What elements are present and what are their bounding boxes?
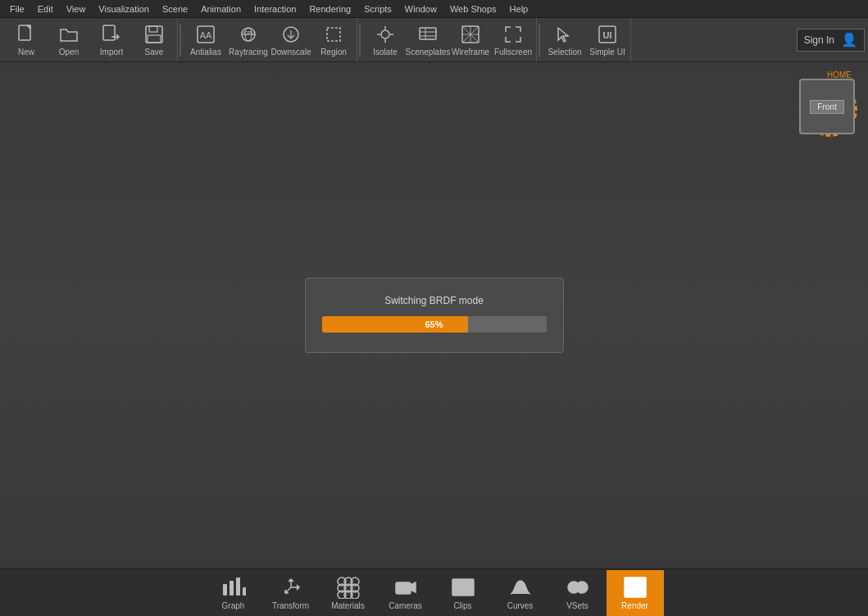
menu-help[interactable]: Help [503,2,535,16]
svg-point-16 [381,30,389,38]
svg-rect-15 [327,28,340,41]
vsets-button[interactable]: VSets [549,570,607,616]
isolate-button[interactable]: Isolate [364,20,407,61]
svg-text:CPU: CPU [243,30,256,36]
svg-rect-6 [148,35,161,43]
svg-rect-30 [236,578,240,596]
graph-icon [221,575,246,600]
clips-button[interactable]: Clips [434,570,492,616]
open-button[interactable]: Open [48,20,90,61]
fullscreen-icon [502,23,525,46]
save-button[interactable]: Save [133,20,175,61]
menu-scripts[interactable]: Scripts [357,2,398,16]
cameras-button[interactable]: Cameras [377,570,434,616]
region-button[interactable]: Region [312,20,355,61]
svg-rect-46 [452,579,474,596]
region-icon [322,23,345,46]
bottom-toolbar: Graph Transform [0,568,868,616]
menu-window[interactable]: Window [398,2,443,16]
svg-rect-31 [243,587,246,596]
menu-file[interactable]: File [3,2,31,16]
svg-rect-29 [229,581,234,596]
viewport: Switching BRDF mode 65% HOME Front [0,62,868,568]
sceneplates-icon [416,23,439,46]
separator-1 [180,24,181,57]
cameras-icon [393,575,418,600]
progress-bar-fill [322,316,468,333]
progress-label: 65% [425,319,443,329]
new-button[interactable]: New [5,20,48,61]
raytracing-button[interactable]: CPU Raytracing [227,20,270,61]
svg-text:UI: UI [603,30,612,40]
toolbar-group-view: Isolate Sceneplates Wireframe [362,18,537,61]
import-button[interactable]: Import [90,20,133,61]
simpleui-button[interactable]: UI Simple UI [586,20,629,61]
downscale-button[interactable]: Downscale [270,20,312,61]
signin-area: Sign In 👤 [797,29,865,52]
render-icon [623,575,648,600]
toolbar-group-select: Selection UI Simple UI [542,18,631,61]
transform-button[interactable]: Transform [262,570,320,616]
svg-point-45 [400,585,407,591]
svg-rect-4 [146,26,162,43]
materials-icon [336,575,361,600]
antialias-icon: AA [194,23,217,46]
menu-interaction[interactable]: Interaction [248,2,302,16]
toolbar: New Open Import [0,18,868,62]
progress-dialog: Switching BRDF mode 65% [305,278,564,353]
transform-icon [279,575,303,600]
selection-icon [553,23,576,46]
selection-button[interactable]: Selection [543,20,586,61]
signin-label: Sign In [804,34,834,46]
sceneplates-button[interactable]: Sceneplates [407,20,449,61]
menu-edit[interactable]: Edit [31,2,60,16]
open-icon [57,23,80,46]
menu-view[interactable]: View [60,2,93,16]
svg-text:AA: AA [200,30,212,40]
simpleui-icon: UI [596,23,619,46]
toolbar-group-render: AA Antialias CPU Raytracing [183,18,357,61]
toolbar-group-file: New Open Import [3,18,178,61]
menu-bar: File Edit View Visualization Scene Anima… [0,0,868,18]
materials-button[interactable]: Materials [320,570,377,616]
wireframe-icon [459,23,482,46]
nav-cube: HOME Front [794,70,860,136]
downscale-icon [279,23,302,46]
progress-bar: 65% [322,316,547,333]
front-face-label: Front [810,100,843,114]
wireframe-button[interactable]: Wireframe [449,20,492,61]
menu-scene[interactable]: Scene [156,2,194,16]
svg-rect-21 [420,28,436,39]
curves-icon [508,575,533,600]
import-icon [100,23,123,46]
render-button[interactable]: Render [607,570,664,616]
clips-icon [451,575,475,600]
graph-button[interactable]: Graph [205,570,262,616]
svg-rect-28 [223,584,227,596]
menu-webshops[interactable]: Web Shops [443,2,503,16]
new-icon [15,23,38,46]
signin-button[interactable]: Sign In 👤 [797,29,865,52]
svg-point-53 [576,582,588,593]
separator-3 [539,24,540,57]
raytracing-icon: CPU [237,23,260,46]
progress-title: Switching BRDF mode [322,295,547,306]
menu-visualization[interactable]: Visualization [92,2,156,16]
fullscreen-button[interactable]: Fullscreen [492,20,534,61]
menu-animation[interactable]: Animation [194,2,248,16]
svg-rect-59 [628,586,643,594]
svg-rect-2 [103,25,115,40]
vsets-icon [566,575,590,600]
user-icon: 👤 [841,32,857,48]
curves-button[interactable]: Curves [492,570,549,616]
save-icon [143,23,166,46]
svg-rect-5 [149,26,157,32]
separator-2 [359,24,361,57]
antialias-button[interactable]: AA Antialias [184,20,227,61]
isolate-icon [374,23,397,46]
menu-rendering[interactable]: Rendering [302,2,357,16]
nav-cube-face[interactable]: Front [799,79,855,134]
